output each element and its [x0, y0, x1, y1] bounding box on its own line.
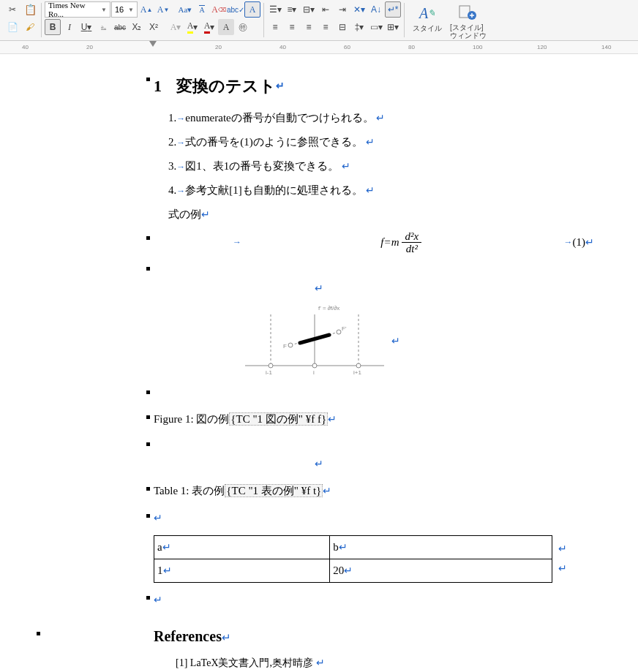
subscript-button[interactable]: X₂ — [129, 19, 145, 35]
shadow-button[interactable]: A▾ — [168, 19, 184, 35]
change-case-button[interactable]: Aa▾ — [177, 1, 193, 18]
horizontal-ruler[interactable]: 40 20 20 40 60 80 100 120 140 — [0, 41, 638, 54]
strike-button[interactable]: abc — [112, 19, 128, 35]
shading-fill-button[interactable]: ▭▾ — [368, 19, 384, 35]
decrease-indent-button[interactable]: ⇤ — [318, 1, 334, 18]
pilcrow-icon: ↵ — [154, 513, 162, 524]
double-underline-button[interactable]: ⎁ — [95, 19, 111, 35]
figure-caption: Figure 1: 図の例{TC "1 図の例" ¥f f}↵ — [44, 409, 594, 429]
tab-icon: → — [176, 186, 185, 196]
multilevel-button[interactable]: ⊟▾ — [301, 1, 317, 18]
styles-pane-icon — [458, 3, 478, 23]
shrink-font-button[interactable]: A▼ — [155, 1, 171, 18]
font-family-value: Times New Ro... — [48, 1, 101, 18]
document-page[interactable]: 1変換のテスト↵ 1.→enumerateの番号が自動でつけられる。 ↵ 2.→… — [0, 54, 638, 672]
para-bullet-icon — [146, 415, 150, 419]
tab-icon: → — [176, 162, 185, 172]
svg-text:i+1: i+1 — [353, 369, 361, 376]
distribute-button[interactable]: ⊟ — [334, 19, 350, 35]
align-center-button[interactable]: ≡ — [284, 19, 300, 35]
svg-point-10 — [288, 343, 293, 347]
align-left-button[interactable]: ≡ — [267, 19, 283, 35]
font-size-combo[interactable]: 16▼ — [111, 1, 138, 18]
styles-pane-button[interactable]: [スタイル] ウィンドウ — [449, 1, 488, 41]
tab-icon: → — [154, 235, 241, 251]
data-table: a↵b↵ 1↵20↵ — [154, 535, 552, 583]
font-size-value: 16 — [115, 5, 124, 14]
para-bullet-icon — [146, 236, 150, 240]
para-bullet-icon — [146, 487, 150, 491]
equation-label: 式の例↵ — [44, 205, 594, 224]
phonetic-guide-button[interactable]: A — [194, 1, 210, 18]
pilcrow-icon: ↵ — [342, 161, 350, 172]
list-item: 1.→enumerateの番号が自動でつけられる。 ↵ — [44, 108, 594, 128]
pilcrow-icon: ↵ — [315, 283, 323, 294]
tc-field: {TC "1 表の例" ¥f t} — [225, 484, 323, 497]
font-family-combo[interactable]: Times New Ro...▼ — [45, 1, 110, 18]
svg-text:i: i — [313, 369, 315, 376]
figure-diagram: f' = ∂f/∂x F F' i-1 i i+1 ↵ — [44, 301, 594, 382]
highlight-button[interactable]: A▾ — [184, 19, 200, 35]
indent-marker-icon[interactable] — [149, 41, 157, 48]
sort-button[interactable]: A↓ — [368, 1, 384, 18]
svg-point-12 — [269, 363, 273, 368]
toolbar: ✂ 📄 📋 🖌 Times New Ro...▼ 16▼ A▲ A▼ Aa▾ A… — [0, 0, 638, 41]
pilcrow-icon: ↵ — [366, 137, 375, 148]
equation: → f=m d²xdt² → (1)↵ — [44, 230, 594, 255]
pilcrow-icon: ↵ — [162, 542, 171, 553]
grow-font-button[interactable]: A▲ — [138, 1, 154, 18]
pilcrow-icon: ↵ — [163, 565, 172, 576]
underline-button[interactable]: U▾ — [78, 19, 94, 35]
char-shading-button[interactable]: A — [218, 19, 234, 35]
line-spacing-button[interactable]: ‡▾ — [351, 19, 367, 35]
pilcrow-icon: ↵ — [328, 414, 337, 425]
pilcrow-icon: ↵ — [222, 632, 231, 643]
enclose-char-button[interactable]: ㊕ — [235, 19, 251, 35]
styles-label: スタイル — [413, 23, 442, 34]
bullets-button[interactable]: ☰▾ — [267, 1, 283, 18]
para-bullet-icon — [146, 390, 150, 394]
align-right-button[interactable]: ≡ — [301, 19, 317, 35]
bold-button[interactable]: B — [45, 19, 61, 35]
svg-marker-2 — [149, 41, 157, 47]
increase-indent-button[interactable]: ⇥ — [334, 1, 350, 18]
pilcrow-icon: ↵ — [316, 657, 325, 668]
para-bullet-icon — [146, 596, 150, 600]
pilcrow-icon: ↵ — [339, 542, 348, 553]
justify-button[interactable]: ≡ — [318, 19, 334, 35]
pilcrow-icon: ↵ — [585, 233, 594, 252]
format-paint-button[interactable]: 🖌 — [22, 19, 38, 35]
svg-text:f' = ∂f/∂x: f' = ∂f/∂x — [318, 305, 339, 312]
borders-button[interactable]: ⊞▾ — [385, 19, 401, 35]
superscript-button[interactable]: X² — [146, 19, 162, 35]
numbering-button[interactable]: ≡▾ — [284, 1, 300, 18]
tab-icon: → — [564, 235, 573, 251]
pilcrow-icon: ↵ — [391, 332, 400, 350]
italic-button[interactable]: I — [61, 19, 78, 35]
asian-layout-button[interactable]: ✕▾ — [351, 1, 367, 18]
svg-point-13 — [312, 363, 317, 368]
font-color-button[interactable]: A▾ — [201, 19, 217, 35]
pilcrow-icon: ↵ — [558, 543, 567, 554]
character-border-button[interactable]: A — [244, 1, 260, 18]
svg-point-11 — [337, 330, 341, 334]
para-bullet-icon — [37, 632, 40, 635]
paste-button[interactable]: 📋 — [22, 1, 38, 18]
para-bullet-icon — [146, 442, 150, 446]
styles-button[interactable]: A✎ スタイル — [408, 1, 447, 35]
clear-formatting-button[interactable]: A⌫ — [211, 1, 227, 18]
pilcrow-icon: ↵ — [558, 563, 567, 574]
cut-button[interactable]: ✂ — [4, 1, 20, 18]
spelling-button[interactable]: abc✓ — [228, 1, 244, 18]
pilcrow-icon: ↵ — [276, 77, 285, 95]
pilcrow-icon: ↵ — [376, 113, 385, 124]
copy-button[interactable]: 📄 — [4, 19, 20, 35]
table-caption: Table 1: 表の例{TC "1 表の例" ¥f t}↵ — [44, 481, 594, 501]
pilcrow-icon: ↵ — [154, 594, 162, 605]
table-row: a↵b↵ — [154, 535, 552, 559]
diagram-svg: f' = ∂f/∂x F F' i-1 i i+1 — [238, 301, 391, 382]
pilcrow-icon: ↵ — [315, 458, 323, 469]
show-marks-button[interactable]: ↵* — [385, 1, 401, 18]
svg-point-14 — [356, 363, 361, 368]
pilcrow-icon: ↵ — [201, 209, 210, 220]
